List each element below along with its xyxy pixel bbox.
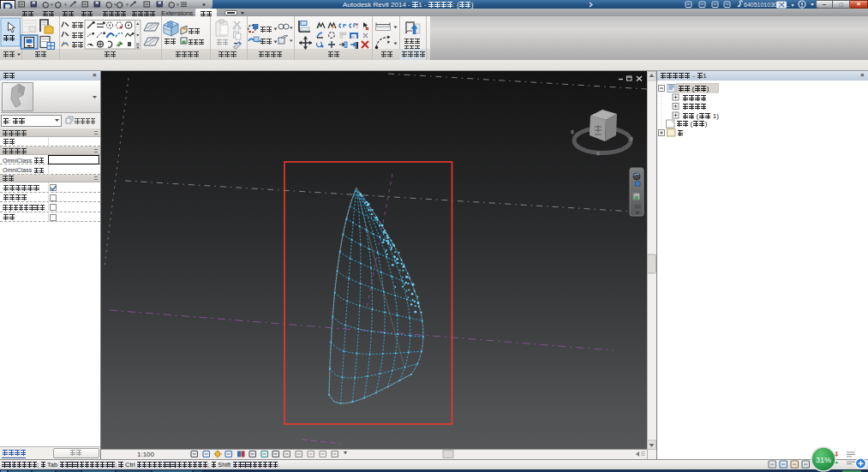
svg-text:31%: 31%	[816, 456, 831, 464]
